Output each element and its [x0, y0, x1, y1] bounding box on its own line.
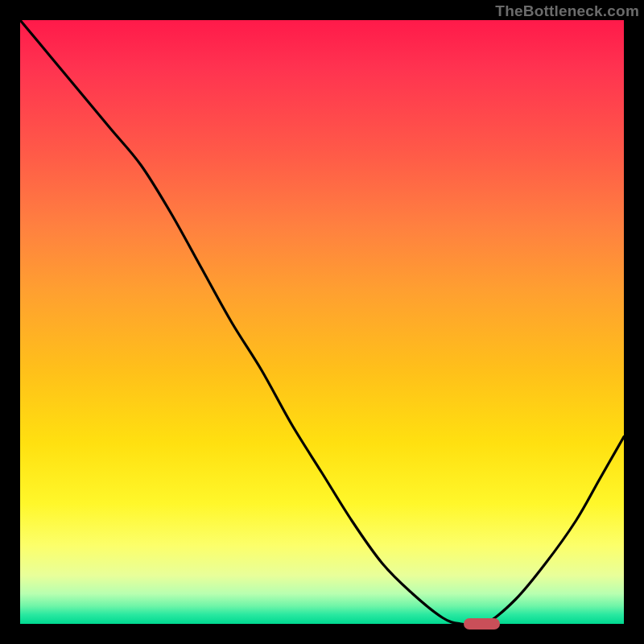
chart-container: TheBottleneck.com: [0, 0, 644, 644]
plot-area: [20, 20, 624, 624]
optimal-marker: [464, 618, 500, 630]
watermark: TheBottleneck.com: [495, 2, 639, 20]
